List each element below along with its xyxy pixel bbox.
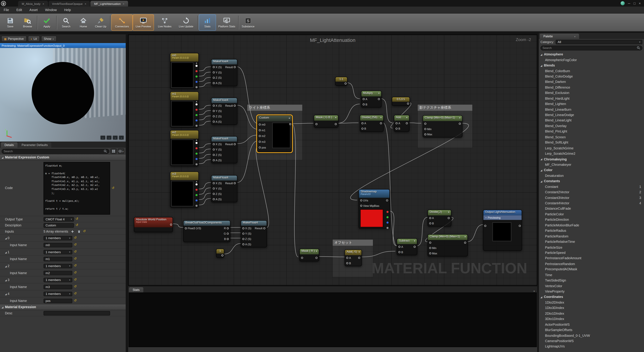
palette-item-perinstancerandom[interactable]: PerInstanceRandom (539, 261, 644, 267)
collapse-icon[interactable]: ▼ (335, 116, 337, 119)
palette-search-input[interactable] (542, 46, 636, 49)
output-pin[interactable] (196, 70, 198, 72)
palette-item-blend-softlight[interactable]: Blend_SoftLight (539, 140, 644, 145)
collapse-icon[interactable]: ▼ (459, 117, 461, 119)
palette-item-constant3vector[interactable]: Constant3Vector3 (539, 195, 644, 201)
output-pin[interactable] (407, 103, 409, 105)
output-pin[interactable] (196, 86, 198, 88)
input-pin[interactable] (301, 257, 303, 259)
reset-to-default-icon[interactable]: ↺ (83, 230, 86, 233)
input-pin[interactable] (213, 121, 215, 123)
section-material-expression[interactable]: ◢ Material Expression (0, 304, 126, 310)
input-pin[interactable] (213, 187, 215, 189)
input-pin[interactable] (429, 222, 431, 224)
input-pin[interactable] (484, 225, 486, 227)
input-name-field[interactable] (44, 243, 72, 247)
input-pin[interactable] (396, 128, 398, 130)
input-pin[interactable] (242, 233, 244, 235)
close-tab-icon[interactable]: × (123, 2, 124, 5)
tab-palette[interactable]: Palette ▾ (540, 34, 579, 39)
palette-item-1dto3dindex[interactable]: 1Dto3DIndex (539, 305, 644, 311)
collapse-icon[interactable]: ▼ (464, 235, 466, 238)
output-pin[interactable] (196, 158, 198, 160)
input-pin[interactable] (242, 243, 244, 245)
palette-item-actorpositionws[interactable]: ActorPositionWS (539, 322, 644, 327)
input-pin[interactable] (213, 105, 215, 107)
lit-button[interactable]: ◐ Lit (28, 36, 40, 42)
launcher-icon[interactable] (620, 1, 624, 5)
input-pin[interactable] (213, 115, 215, 117)
palette-item-boundingboxbased-0-1-uvw[interactable]: BoundingBoxBased_0-1_UVW (539, 333, 644, 339)
members-dropdown[interactable]: 1 members▾ (44, 292, 72, 296)
asset-tab-m-alicia-body[interactable]: M_Alicia_body× (18, 1, 48, 6)
output-pin[interactable] (196, 147, 198, 149)
palette-item-blends[interactable]: ◢Blends (539, 63, 644, 68)
desc-field[interactable] (44, 311, 110, 315)
node-m2[interactable]: m2Param (0,0,0,0)▲ (170, 130, 199, 166)
output-pin[interactable] (196, 183, 198, 185)
expander-icon[interactable]: ◢ (540, 180, 542, 182)
palette-item-blend-screen[interactable]: Blend_Screen (539, 134, 644, 140)
node-mask-gb[interactable]: Mask ( G B )▼ (314, 115, 338, 128)
node-m1[interactable]: m1Param (0,0,0,0)▲ (170, 91, 199, 128)
input-pin[interactable] (213, 71, 215, 73)
palette-item-blend-colordodge[interactable]: Blend_ColorDodge (539, 74, 644, 79)
output-pin[interactable] (170, 224, 172, 226)
palette-item-particlespeed[interactable]: ParticleSpeed (539, 250, 644, 256)
node-clamp-1[interactable]: Clamp (Min=0) (Max=1)▼MinMax (422, 115, 462, 137)
palette-item-desaturation[interactable]: Desaturation (539, 173, 644, 178)
output-pin[interactable] (263, 227, 265, 229)
node-custom[interactable]: Custom▲m0m1m2m3pos (257, 115, 292, 152)
input-pin[interactable] (213, 154, 215, 156)
chevron-down-icon[interactable]: ▾ (532, 290, 536, 293)
node-shadowmap[interactable]: ShadowmapParam2DUVsView MipBias (358, 189, 390, 228)
perspective-button[interactable]: ▦ Perspective (1, 36, 26, 42)
toolbar-live-update-button[interactable]: Live Update (176, 14, 197, 31)
input-pin[interactable] (398, 246, 400, 248)
palette-item-time[interactable]: Time (539, 272, 644, 278)
node-makefloat4-5[interactable]: MakeFloat4X (S)ResultY (S)Z (S)A (S) (241, 220, 267, 247)
collapse-icon[interactable]: ▼ (406, 116, 408, 119)
input-pin[interactable] (242, 238, 244, 240)
palette-item-constants[interactable]: ◢Constants (539, 178, 644, 184)
output-pin[interactable] (414, 246, 416, 248)
output-pin[interactable] (227, 238, 229, 240)
property-matrix-button[interactable] (110, 149, 117, 154)
output-pin[interactable] (196, 199, 198, 201)
palette-item-blend-exclusion[interactable]: Blend_Exclusion (539, 90, 644, 96)
palette-item-constant4vector[interactable]: Constant4Vector4 (539, 201, 644, 206)
input-pin[interactable] (213, 77, 215, 79)
palette-item-particlesize[interactable]: ParticleSize (539, 245, 644, 250)
palette-item-chromakeying[interactable]: ◢Chromakeying (539, 157, 644, 162)
node-clamp-2[interactable]: Clamp (Min=0) (Max=1)▼MinMax (428, 234, 468, 256)
palette-item-2dto1dindex[interactable]: 2Dto1DIndex (539, 311, 644, 316)
node-subtract[interactable]: Subtract▼AB (397, 238, 417, 255)
reset-to-default-icon[interactable]: ↺ (74, 236, 77, 240)
palette-item-blursampleoffsets[interactable]: BlurSampleOffsets (539, 327, 644, 333)
collapse-icon[interactable]: ▼ (448, 211, 450, 213)
palette-item-constant[interactable]: Constant1 (539, 184, 644, 189)
show-button[interactable]: Show ▾ (41, 36, 57, 42)
palette-item-vertexcolor[interactable]: VertexColor (539, 283, 644, 289)
members-dropdown[interactable]: 1 members▾ (44, 277, 72, 282)
output-pin[interactable] (196, 119, 198, 121)
expander-icon[interactable]: ◢ (540, 169, 542, 172)
members-dropdown[interactable]: 1 members▾ (44, 250, 72, 254)
input-pin[interactable] (185, 227, 187, 229)
input-pin[interactable] (429, 217, 431, 219)
output-pin[interactable] (519, 225, 521, 227)
palette-item-particleradius[interactable]: ParticleRadius (539, 228, 644, 234)
palette-item-particledirection[interactable]: ParticleDirection (539, 217, 644, 222)
toolbar-live-nodes-button[interactable]: Live Nodes (154, 14, 175, 31)
input-pin[interactable] (424, 133, 426, 135)
node-mask-r[interactable]: Mask ( R )▼ (299, 249, 319, 261)
toolbar-browse-button[interactable]: Browse (19, 14, 36, 31)
toolbar-home-button[interactable]: Home (75, 14, 92, 31)
palette-item-particlerandom[interactable]: ParticleRandom (539, 234, 644, 239)
reset-to-default-icon[interactable]: ↺ (74, 250, 77, 254)
tab-parameter-defaults[interactable]: Parameter Defaults (18, 142, 52, 148)
output-pin[interactable] (234, 66, 236, 68)
input-pin[interactable] (429, 247, 431, 249)
palette-item-atmosphericfogcolor[interactable]: AtmosphericFogColor (539, 57, 644, 63)
output-pin[interactable] (196, 81, 198, 83)
